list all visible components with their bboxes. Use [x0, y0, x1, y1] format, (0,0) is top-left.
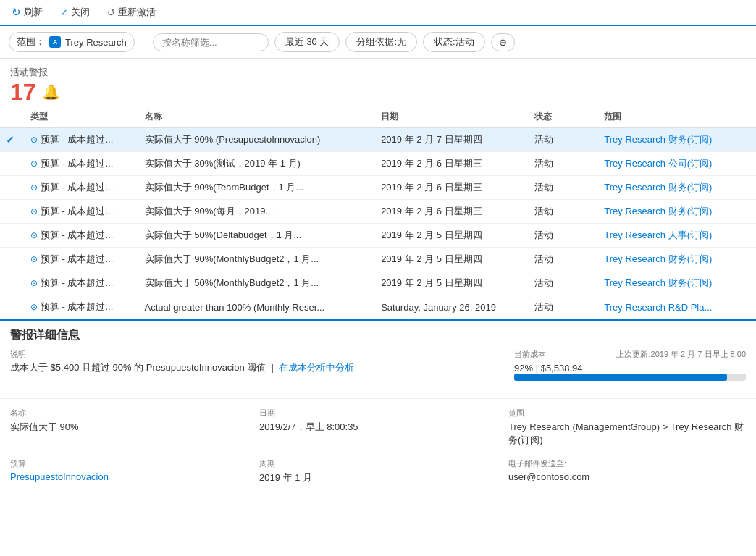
circle-icon: ⊙	[30, 159, 38, 169]
advanced-filter-button[interactable]: ⊕	[491, 33, 515, 51]
cost-analysis-link[interactable]: 在成本分析中分析	[279, 362, 354, 373]
row-check-cell	[0, 152, 25, 176]
cost-label: 当前成本	[514, 349, 546, 360]
row-check-cell	[0, 176, 25, 200]
refresh-label: 刷新	[24, 6, 43, 19]
col-header-check	[0, 106, 25, 128]
group-filter-button[interactable]: 分组依据:无	[345, 32, 417, 52]
status-filter-label: 状态:活动	[434, 36, 474, 47]
close-label: 关闭	[71, 6, 90, 19]
detail-scope-value: Trey Research (ManagementGroup) > Trey R…	[508, 421, 746, 447]
col-header-status: 状态	[529, 106, 599, 128]
row-status-cell: 活动	[529, 248, 599, 271]
table-row[interactable]: ⊙预算 - 成本超过...实际值大于 50%(Deltabudget，1 月..…	[0, 224, 756, 248]
scope-link[interactable]: Trey Research R&D Pla...	[604, 302, 712, 313]
group-filter-label: 分组依据:无	[356, 36, 406, 47]
table-row[interactable]: ⊙预算 - 成本超过...实际值大于 90%(MonthlyBudget2，1 …	[0, 248, 756, 271]
close-icon: ✓	[60, 7, 68, 18]
row-status-cell: 活动	[529, 295, 599, 319]
description-value: 成本大于 $5,400 且超过 90% 的 PresupuestoInnovac…	[10, 361, 500, 374]
row-scope-cell: Trey Research 财务(订阅)	[598, 248, 756, 271]
circle-icon: ⊙	[30, 182, 38, 193]
circle-icon: ⊙	[30, 135, 38, 145]
detail-left: 说明 成本大于 $5,400 且超过 90% 的 PresupuestoInno…	[10, 349, 500, 381]
detail-section: 警报详细信息 说明 成本大于 $5,400 且超过 90% 的 Presupue…	[0, 319, 756, 388]
row-date-cell: 2019 年 2 月 6 日星期三	[375, 200, 528, 224]
description-label: 说明	[10, 349, 500, 360]
table-row[interactable]: ⊙预算 - 成本超过...实际值大于 90%(每月，2019...2019 年 …	[0, 200, 756, 224]
alerts-count: 17	[10, 80, 36, 104]
cost-row: 当前成本 上次更新:2019 年 2 月 7 日早上 8:00	[514, 349, 746, 360]
budget-link[interactable]: PresupuestoInnovacion	[10, 471, 109, 482]
scope-link[interactable]: Trey Research 公司(订阅)	[604, 158, 712, 169]
circle-icon: ⊙	[30, 278, 38, 288]
alerts-table-wrapper[interactable]: 类型 名称 日期 状态 范围 ✓⊙预算 - 成本超过...实际值大于 90% (…	[0, 106, 756, 319]
filter-icon: ⊕	[499, 37, 507, 48]
scope-icon: A	[49, 36, 61, 48]
scope-link[interactable]: Trey Research 财务(订阅)	[604, 253, 712, 264]
row-status-cell: 活动	[529, 152, 599, 176]
table-row[interactable]: ⊙预算 - 成本超过...实际值大于 90%(TeamBudget，1 月...…	[0, 176, 756, 200]
col-header-scope: 范围	[598, 106, 756, 128]
row-name-cell: 实际值大于 90% (PresupuestoInnovacion)	[139, 128, 376, 152]
scope-prefix-label: 范围：	[17, 35, 45, 49]
row-date-cell: 2019 年 2 月 5 日星期四	[375, 224, 528, 248]
table-row[interactable]: ✓⊙预算 - 成本超过...实际值大于 90% (PresupuestoInno…	[0, 128, 756, 152]
scope-value-label: Trey Research	[65, 37, 127, 48]
row-status-cell: 活动	[529, 128, 599, 152]
name-filter-input[interactable]	[153, 33, 269, 51]
row-check-cell	[0, 200, 25, 224]
row-status-cell: 活动	[529, 271, 599, 295]
detail-budget-item: 预算 PresupuestoInnovacion	[10, 458, 248, 484]
row-scope-cell: Trey Research 公司(订阅)	[598, 152, 756, 176]
scope-link[interactable]: Trey Research 财务(订阅)	[604, 277, 712, 288]
row-check-cell	[0, 224, 25, 248]
status-filter-button[interactable]: 状态:活动	[423, 32, 485, 52]
row-date-cell: 2019 年 2 月 5 日星期四	[375, 271, 528, 295]
alerts-section: 活动警报 17 🔔	[0, 59, 756, 106]
row-type-cell: ⊙预算 - 成本超过...	[25, 224, 139, 248]
table-row[interactable]: ⊙预算 - 成本超过...实际值大于 30%(测试，2019 年 1 月)201…	[0, 152, 756, 176]
row-scope-cell: Trey Research 财务(订阅)	[598, 176, 756, 200]
refresh-button[interactable]: ↻ 刷新	[9, 4, 46, 20]
detail-period-label: 周期	[259, 458, 497, 469]
row-status-cell: 活动	[529, 224, 599, 248]
scope-link[interactable]: Trey Research 财务(订阅)	[604, 134, 712, 145]
row-check-cell	[0, 271, 25, 295]
scope-link[interactable]: Trey Research 人事(订阅)	[604, 229, 712, 240]
row-status-cell: 活动	[529, 200, 599, 224]
reactivate-button[interactable]: ↺ 重新激活	[104, 4, 159, 20]
cost-amount: $5,538.94	[541, 363, 583, 374]
detail-name-value: 实际值大于 90%	[10, 421, 248, 434]
circle-icon: ⊙	[30, 254, 38, 264]
scope-selector[interactable]: 范围： A Trey Research	[9, 32, 135, 52]
row-type-cell: ⊙预算 - 成本超过...	[25, 271, 139, 295]
row-name-cell: 实际值大于 30%(测试，2019 年 1 月)	[139, 152, 376, 176]
detail-date-label: 日期	[259, 408, 497, 418]
row-type-cell: ⊙预算 - 成本超过...	[25, 152, 139, 176]
detail-title: 警报详细信息	[10, 328, 746, 343]
check-icon: ✓	[6, 134, 14, 146]
close-button[interactable]: ✓ 关闭	[57, 4, 93, 20]
detail-budget-value: PresupuestoInnovacion	[10, 471, 248, 482]
table-row[interactable]: ⊙预算 - 成本超过...Actual greater than 100% (M…	[0, 295, 756, 319]
row-date-cell: 2019 年 2 月 6 日星期三	[375, 176, 528, 200]
table-row[interactable]: ⊙预算 - 成本超过...实际值大于 50%(MonthlyBudget2，1 …	[0, 271, 756, 295]
row-date-cell: Saturday, January 26, 2019	[375, 295, 528, 319]
row-name-cell: 实际值大于 90%(每月，2019...	[139, 200, 376, 224]
col-header-date: 日期	[375, 106, 528, 128]
reactivate-label: 重新激活	[118, 6, 156, 19]
cost-percent: 92%	[514, 363, 533, 374]
detail-date-value: 2019/2/7，早上 8:00:35	[259, 421, 497, 434]
circle-icon: ⊙	[30, 206, 38, 216]
scope-link[interactable]: Trey Research 财务(订阅)	[604, 182, 712, 193]
detail-email-item: 电子邮件发送至: user@contoso.com	[508, 458, 746, 484]
detail-body: 说明 成本大于 $5,400 且超过 90% 的 PresupuestoInno…	[10, 349, 746, 381]
cost-separator: |	[536, 363, 541, 374]
scope-link[interactable]: Trey Research 财务(订阅)	[604, 206, 712, 216]
row-date-cell: 2019 年 2 月 6 日星期三	[375, 152, 528, 176]
detail-period-item: 周期 2019 年 1 月	[259, 458, 497, 484]
filter-bar: 范围： A Trey Research 最近 30 天 分组依据:无 状态:活动…	[0, 26, 756, 59]
row-status-cell: 活动	[529, 176, 599, 200]
recent-filter-button[interactable]: 最近 30 天	[274, 32, 340, 52]
